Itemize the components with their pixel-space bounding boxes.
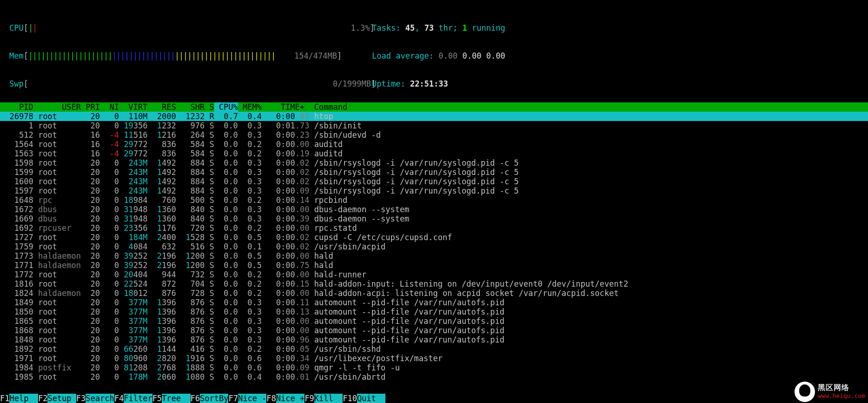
process-row[interactable]: 1771 haldaemon 20 0 39252 2196 1200 S 0.… [0, 261, 868, 270]
process-list[interactable]: 26978 root 20 0 110M 2000 1232 R 0.7 0.4… [0, 112, 868, 382]
process-row[interactable]: 1985 root 20 0 178M 2060 1080 S 0.0 0.4 … [0, 372, 868, 382]
process-row[interactable]: 1816 root 20 0 22524 872 704 S 0.0 0.2 0… [0, 279, 868, 289]
fkey: F5 [152, 394, 162, 403]
fkey: F9 [305, 394, 314, 403]
process-row[interactable]: 1892 root 20 0 66260 1144 416 S 0.0 0.2 … [0, 344, 868, 354]
fkey-label[interactable]: Quit [357, 394, 385, 403]
process-row[interactable]: 1971 root 20 0 80960 2820 1916 S 0.0 0.6… [0, 354, 868, 363]
mem-meter: Mem[||||||||||||||||||||||||||||||||||||… [9, 51, 868, 60]
fkey-label[interactable]: Tree [162, 394, 190, 403]
fkey-label[interactable]: Filter [124, 394, 152, 403]
process-row[interactable]: 1648 rpc 20 0 18984 760 500 S 0.0 0.2 0:… [0, 195, 868, 205]
process-row[interactable]: 1849 root 20 0 377M 1396 876 S 0.0 0.3 0… [0, 298, 868, 307]
process-row[interactable]: 1563 root 16 -4 29772 836 584 S 0.0 0.2 … [0, 149, 868, 158]
process-row[interactable]: 1868 root 20 0 377M 1396 876 S 0.0 0.3 0… [0, 326, 868, 335]
process-row[interactable]: 1984 postfix 20 0 81208 2768 1888 S 0.0 … [0, 363, 868, 372]
fkey-label[interactable]: Kill [314, 394, 343, 403]
fkey: F1 [0, 394, 9, 403]
fkey: F7 [228, 394, 238, 403]
process-row[interactable]: 1600 root 20 0 243M 1492 884 S 0.0 0.3 0… [0, 177, 868, 186]
process-row[interactable]: 1597 root 20 0 243M 1492 884 S 0.0 0.3 0… [0, 186, 868, 195]
fkey: F6 [191, 394, 200, 403]
process-row[interactable]: 26978 root 20 0 110M 2000 1232 R 0.7 0.4… [0, 112, 868, 121]
process-row[interactable]: 1759 root 20 0 4084 632 516 S 0.0 0.1 0:… [0, 242, 868, 251]
fkey-label[interactable]: Help [9, 394, 38, 403]
fkey: F8 [266, 394, 276, 403]
process-row[interactable]: 1850 root 20 0 377M 1396 876 S 0.0 0.3 0… [0, 307, 868, 316]
fkey: F3 [76, 394, 86, 403]
fkey: F4 [114, 394, 124, 403]
fkey: F2 [38, 394, 47, 403]
process-row[interactable]: 1599 root 20 0 243M 1492 884 S 0.0 0.3 0… [0, 168, 868, 177]
process-row[interactable]: 1669 dbus 20 0 31948 1360 840 S 0.0 0.3 … [0, 214, 868, 223]
fkey-label[interactable]: Nice - [238, 394, 266, 403]
process-row[interactable]: 1727 root 20 0 184M 2400 1528 S 0.0 0.5 … [0, 233, 868, 242]
process-row[interactable]: 512 root 16 -4 11516 1216 264 S 0.0 0.3 … [0, 130, 868, 140]
fkey-label[interactable]: Setup [47, 394, 76, 403]
process-row[interactable]: 1672 dbus 20 0 31948 1360 840 S 0.0 0.3 … [0, 205, 868, 214]
swp-meter: Swp[ 0/1999MB]Uptime: 22:51:33 [9, 79, 868, 88]
process-row[interactable]: 1692 rpcuser 20 0 23356 1176 720 S 0.0 0… [0, 223, 868, 233]
function-key-bar[interactable]: F1Help F2Setup F3SearchF4FilterF5Tree F6… [0, 394, 868, 403]
process-row[interactable]: 1564 root 16 -4 29772 836 584 S 0.0 0.2 … [0, 140, 868, 149]
fkey-label[interactable]: Nice + [276, 394, 305, 403]
process-row[interactable]: 1598 root 20 0 243M 1492 884 S 0.0 0.3 0… [0, 158, 868, 168]
column-header[interactable]: PID USER PRI NI VIRT RES SHR S CPU% MEM%… [0, 102, 868, 112]
process-row[interactable]: 1865 root 20 0 377M 1396 876 S 0.0 0.3 0… [0, 316, 868, 326]
fkey-label[interactable]: SortBy [200, 394, 228, 403]
fkey-label[interactable]: Search [86, 394, 114, 403]
process-row[interactable]: 1824 haldaemon 20 0 18012 876 728 S 0.0 … [0, 289, 868, 298]
process-row[interactable]: 1848 root 20 0 377M 1396 876 S 0.0 0.3 0… [0, 335, 868, 344]
process-row[interactable]: 1772 root 20 0 20404 944 732 S 0.0 0.2 0… [0, 270, 868, 279]
watermark-title: 黑区网络 [818, 383, 865, 392]
fkey: F10 [343, 394, 357, 403]
cpu-meter: CPU[|| 1.3%]Tasks: 45, 73 thr; 1 running [9, 23, 868, 33]
header-meters: CPU[|| 1.3%]Tasks: 45, 73 thr; 1 running… [0, 0, 868, 98]
process-row[interactable]: 1 root 20 0 19356 1232 976 S 0.0 0.3 0:0… [0, 121, 868, 130]
process-row[interactable]: 1773 haldaemon 20 0 39252 2196 1200 S 0.… [0, 251, 868, 261]
